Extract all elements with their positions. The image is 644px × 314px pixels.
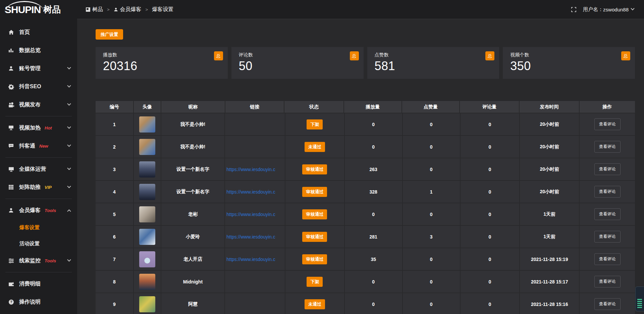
chevron-down-icon — [67, 102, 71, 106]
table-row: 9 阿慧 未通过 0 0 0 2021-11-28 15:16 查看评论 — [96, 293, 635, 314]
user-icon — [8, 65, 14, 71]
sidebar-item-lead-monitor[interactable]: 线索监控 Tools — [0, 252, 77, 270]
column-header: 状态 — [284, 101, 343, 113]
video-link[interactable]: https://www.iesdouyin.c — [226, 167, 275, 172]
member-icon — [8, 207, 14, 213]
stat-card-plays: 播放数 20316 总 — [96, 47, 228, 79]
avatar — [139, 116, 155, 133]
view-comments-button[interactable]: 查看评论 — [594, 276, 621, 287]
plays-value: 0 — [372, 122, 375, 127]
sidebar-item-label: 消费明细 — [19, 280, 41, 287]
promotion-settings-button[interactable]: 推广设置 — [96, 29, 123, 40]
video-link[interactable]: https://www.iesdouyin.c — [226, 189, 275, 195]
likes-cell: 0 — [403, 203, 460, 225]
likes-value: 0 — [430, 257, 433, 262]
view-comments-button[interactable]: 查看评论 — [594, 186, 621, 198]
avatar-cell — [134, 293, 161, 314]
user-menu[interactable]: 用户名： zswodun88 — [583, 6, 634, 13]
stat-card-value: 350 — [510, 59, 628, 73]
sidebar-subitem-baoke-settings[interactable]: 爆客设置 — [0, 219, 77, 235]
link-cell — [225, 136, 285, 158]
sidebar-item-instructions[interactable]: ? 操作说明 — [0, 293, 77, 311]
view-comments-button[interactable]: 查看评论 — [594, 253, 621, 265]
avatar-cell — [134, 136, 161, 158]
publish-time: 20小时前 — [540, 144, 559, 150]
table-row: 6 小爱玲 https://www.iesdouyin.c 审核通过 281 3… — [96, 226, 635, 248]
row-id: 5 — [113, 212, 116, 217]
comments-value: 0 — [489, 302, 491, 307]
sidebar-item-video-publish[interactable]: 视频发布 — [0, 96, 77, 114]
plays-value: 281 — [370, 234, 377, 240]
publish-time: 20小时前 — [540, 166, 559, 172]
breadcrumb-item-shupin[interactable]: 树品 — [86, 6, 103, 13]
chevron-down-icon — [67, 66, 71, 69]
sidebar-item-douyin-seo[interactable]: 抖音SEO — [0, 77, 77, 96]
plays-cell: 0 — [345, 293, 402, 314]
fullscreen-button[interactable] — [571, 7, 576, 12]
comments-value: 0 — [489, 212, 491, 217]
status-badge: 未通过 — [305, 299, 325, 309]
table-header-row: 编号 头像 昵称 链接 状态 播放量 点赞量 评论量 发布时间 操作 — [96, 101, 635, 113]
wallet-icon — [8, 281, 14, 287]
link-cell: https://www.iesdouyin.c — [225, 248, 285, 270]
stat-card-comments: 评论数 50 总 — [231, 47, 364, 79]
stat-cards: 播放数 20316 总 评论数 50 总 点赞数 581 总 视频个数 350 … — [96, 47, 635, 79]
view-comments-button[interactable]: 查看评论 — [594, 163, 621, 175]
view-comments-button[interactable]: 查看评论 — [594, 118, 621, 130]
avatar-cell — [134, 248, 161, 270]
nickname-cell: Midnight — [161, 271, 225, 293]
view-comments-button[interactable]: 查看评论 — [594, 141, 621, 153]
video-link[interactable]: https://www.iesdouyin.c — [226, 234, 275, 240]
sidebar-item-omnimedia[interactable]: 全媒体运营 — [0, 160, 77, 178]
comments-value: 0 — [489, 279, 491, 284]
table-row: 5 老彬 https://www.iesdouyin.c 审核通过 0 0 0 … — [96, 203, 635, 225]
sidebar: SHUPIN 树品 首页 数据总览 账号管理 抖音SEO — [0, 0, 77, 314]
floating-widget[interactable] — [635, 286, 644, 311]
sidebar-item-consumption-details[interactable]: 消费明细 — [0, 275, 77, 293]
sidebar-divider — [5, 116, 72, 116]
row-id-cell: 4 — [96, 181, 133, 203]
time-cell: 20小时前 — [520, 113, 579, 135]
table-body: 1 我不是小帅! 下架 0 0 0 20小时前 查看评论 2 我不是小帅! 未通… — [96, 113, 635, 314]
hot-tag: Hot — [45, 125, 52, 130]
stat-card-label: 播放数 — [103, 52, 220, 58]
plays-value: 0 — [372, 302, 375, 307]
row-id-cell: 8 — [96, 271, 133, 293]
sidebar-item-data-overview[interactable]: 数据总览 — [0, 41, 77, 59]
row-id: 9 — [113, 302, 116, 307]
sidebar-subitem-activity-settings[interactable]: 活动设置 — [0, 235, 77, 252]
link-cell — [225, 271, 285, 293]
video-link[interactable]: https://www.iesdouyin.c — [226, 212, 275, 217]
video-link[interactable]: https://www.iesdouyin.c — [226, 257, 275, 262]
breadcrumb-item-member-baoke[interactable]: 会员爆客 — [114, 6, 142, 13]
username-value: zswodun88 — [603, 7, 629, 12]
column-header: 发布时间 — [520, 101, 579, 113]
sidebar-subitem-label: 爆客设置 — [19, 224, 40, 231]
sidebar-item-label: 抖客通 — [19, 143, 35, 150]
sidebar-item-home[interactable]: 首页 — [0, 23, 77, 41]
logo-brand-cn-text: 树品 — [43, 4, 61, 15]
plays-cell: 0 — [345, 271, 402, 293]
sidebar-item-account-management[interactable]: 账号管理 — [0, 59, 77, 77]
stat-card-value: 20316 — [103, 59, 220, 73]
sidebar-item-member-baoke[interactable]: 会员爆客 Tools — [0, 201, 77, 219]
status-badge: 审核通过 — [302, 209, 327, 219]
plays-cell: 328 — [345, 181, 402, 203]
sidebar-item-video-heat[interactable]: 视频加热 Hot — [0, 119, 77, 137]
time-cell: 2021-11-28 15:19 — [520, 248, 579, 270]
nickname-cell: 设置一个新名字 — [161, 158, 225, 180]
avatar — [139, 274, 155, 290]
status-cell: 审核通过 — [285, 248, 344, 270]
link-cell — [225, 293, 285, 314]
publish-time: 2021-11-28 15:17 — [531, 279, 568, 284]
sidebar-item-douketong[interactable]: 抖客通 New — [0, 137, 77, 155]
sidebar-item-matrix-boost[interactable]: 矩阵助推 VIP — [0, 178, 77, 196]
view-comments-button[interactable]: 查看评论 — [594, 298, 621, 310]
logo: SHUPIN 树品 — [0, 0, 77, 19]
action-cell: 查看评论 — [580, 113, 635, 135]
view-comments-button[interactable]: 查看评论 — [594, 231, 621, 243]
sidebar-divider — [5, 272, 72, 272]
action-cell: 查看评论 — [580, 226, 635, 248]
view-comments-button[interactable]: 查看评论 — [594, 208, 621, 220]
action-cell: 查看评论 — [580, 136, 635, 158]
